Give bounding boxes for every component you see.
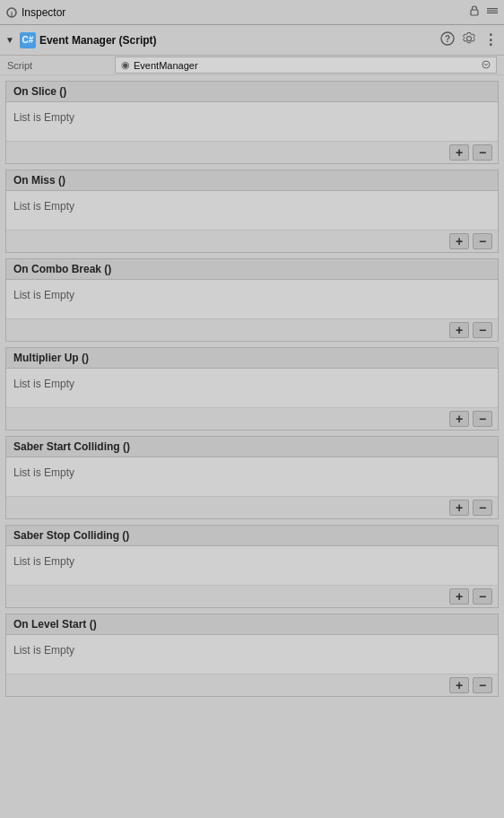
event-section-saber-start-colliding: Saber Start Colliding ()List is Empty+−	[5, 436, 499, 519]
remove-button-on-slice[interactable]: −	[473, 144, 492, 161]
kebab-icon[interactable]: ⋮	[483, 31, 499, 48]
remove-button-saber-stop-colliding[interactable]: −	[473, 588, 492, 605]
event-section-multiplier-up: Multiplier Up ()List is Empty+−	[5, 347, 499, 431]
remove-button-saber-start-colliding[interactable]: −	[473, 500, 492, 516]
event-body-on-combo-break: List is Empty	[6, 280, 498, 319]
main-content: On Slice ()List is Empty+−On Miss ()List…	[0, 75, 504, 818]
remove-button-multiplier-up[interactable]: −	[473, 411, 492, 427]
event-footer-on-combo-break: +−	[6, 319, 498, 341]
script-label: Script	[7, 60, 115, 71]
event-footer-on-slice: +−	[6, 142, 498, 163]
title-bar: i Inspector	[0, 0, 504, 25]
event-section-on-combo-break: On Combo Break ()List is Empty+−	[5, 258, 499, 342]
add-button-on-slice[interactable]: +	[449, 144, 469, 161]
header-icons: ? ⋮	[440, 31, 499, 48]
add-button-multiplier-up[interactable]: +	[449, 411, 469, 427]
event-header-on-slice: On Slice ()	[6, 82, 498, 102]
event-footer-on-level-start: +−	[6, 674, 498, 696]
event-body-on-miss: List is Empty	[6, 191, 498, 231]
event-section-on-slice: On Slice ()List is Empty+−	[5, 81, 499, 164]
event-section-on-level-start: On Level Start ()List is Empty+−	[5, 614, 499, 697]
remove-button-on-level-start[interactable]: −	[473, 677, 492, 693]
event-header-on-level-start: On Level Start ()	[6, 614, 498, 635]
remove-button-on-miss[interactable]: −	[473, 233, 492, 249]
svg-rect-4	[487, 10, 498, 11]
add-button-saber-stop-colliding[interactable]: +	[449, 588, 469, 605]
event-footer-multiplier-up: +−	[6, 408, 498, 430]
script-select-arrow	[482, 60, 491, 71]
event-header-multiplier-up: Multiplier Up ()	[6, 348, 498, 369]
menu-icon[interactable]	[486, 4, 499, 20]
add-button-on-miss[interactable]: +	[449, 233, 469, 249]
collapse-arrow[interactable]: ▼	[5, 35, 14, 45]
inspector-title: Inspector	[22, 6, 65, 19]
event-header-saber-start-colliding: Saber Start Colliding ()	[6, 437, 498, 457]
settings-icon[interactable]	[462, 31, 476, 48]
svg-rect-5	[487, 13, 498, 13]
event-section-on-miss: On Miss ()List is Empty+−	[5, 170, 499, 253]
lock-icon[interactable]	[468, 4, 481, 20]
event-section-saber-stop-colliding: Saber Stop Colliding ()List is Empty+−	[5, 525, 499, 608]
event-body-saber-stop-colliding: List is Empty	[6, 546, 498, 586]
inspector-icon: i	[5, 6, 18, 19]
add-button-on-combo-break[interactable]: +	[449, 322, 469, 338]
help-icon[interactable]: ?	[440, 31, 455, 48]
event-footer-saber-stop-colliding: +−	[6, 586, 498, 607]
script-value-container[interactable]: ◉ EventManager	[115, 57, 497, 74]
svg-text:i: i	[11, 9, 13, 17]
script-value-icon: ◉	[121, 59, 130, 71]
svg-point-8	[482, 61, 490, 68]
event-header-on-combo-break: On Combo Break ()	[6, 259, 498, 280]
remove-button-on-combo-break[interactable]: −	[473, 322, 492, 338]
event-footer-saber-start-colliding: +−	[6, 497, 498, 518]
add-button-on-level-start[interactable]: +	[449, 677, 469, 693]
svg-rect-2	[471, 10, 478, 15]
titlebar-controls	[468, 4, 499, 20]
event-body-on-level-start: List is Empty	[6, 635, 498, 674]
event-footer-on-miss: +−	[6, 231, 498, 252]
event-body-on-slice: List is Empty	[6, 102, 498, 142]
component-title: Event Manager (Script)	[39, 34, 437, 47]
add-button-saber-start-colliding[interactable]: +	[449, 500, 469, 516]
svg-text:?: ?	[445, 34, 450, 44]
event-body-multiplier-up: List is Empty	[6, 369, 498, 408]
script-row: Script ◉ EventManager	[0, 56, 504, 75]
script-value-text: EventManager	[134, 60, 198, 71]
event-header-saber-stop-colliding: Saber Stop Colliding ()	[6, 526, 498, 546]
svg-rect-3	[487, 8, 498, 9]
event-body-saber-start-colliding: List is Empty	[6, 457, 498, 497]
component-header: ▼ C# Event Manager (Script) ? ⋮	[0, 25, 504, 56]
component-icon: C#	[20, 32, 36, 48]
event-header-on-miss: On Miss ()	[6, 170, 498, 191]
